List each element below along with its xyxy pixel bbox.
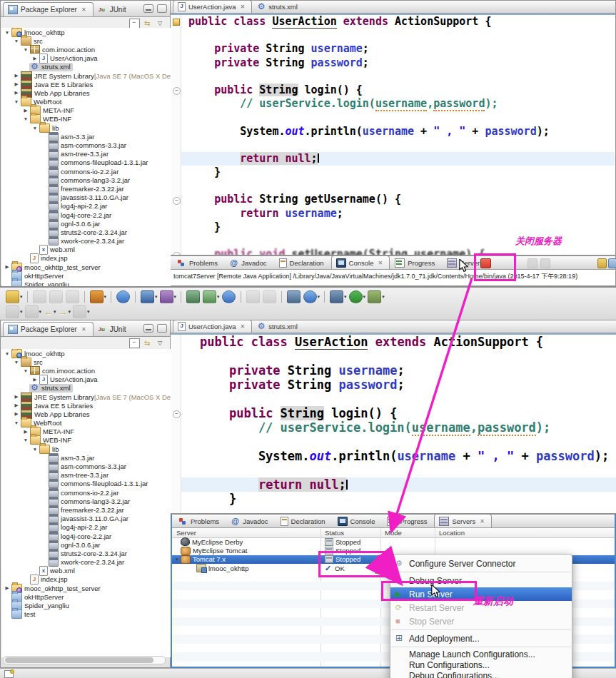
new-wizard-icon[interactable] bbox=[6, 290, 19, 303]
tab-junit[interactable]: J JUnit bbox=[94, 322, 133, 336]
tree-item[interactable]: ▶JRE System Library [Java SE 7 (MacOS X … bbox=[1, 393, 171, 401]
tree-item[interactable]: xweb.xml bbox=[1, 567, 171, 575]
tree-item[interactable]: ▶JUserAction.java bbox=[1, 54, 171, 63]
deploy-module-icon[interactable] bbox=[186, 290, 200, 303]
tree-item[interactable]: ▶META-INF bbox=[1, 106, 171, 115]
dropdown-caret-icon[interactable]: ▾ bbox=[69, 309, 71, 315]
back-icon[interactable]: ← bbox=[44, 307, 53, 318]
tree-item[interactable]: Jindex.jsp bbox=[1, 575, 171, 584]
collapse-all-icon[interactable] bbox=[129, 338, 140, 348]
column-server[interactable]: Server bbox=[176, 528, 196, 537]
menu-item-restart-server[interactable]: ⟳Restart Server bbox=[390, 601, 572, 614]
expand-arrow-icon[interactable]: ▼ bbox=[13, 420, 20, 425]
expand-arrow-icon[interactable]: ▶ bbox=[22, 108, 29, 113]
tree-item[interactable]: log4j-core-2.2.jar bbox=[1, 532, 171, 540]
close-icon[interactable]: ✕ bbox=[81, 6, 86, 13]
tab-problems[interactable]: Problems bbox=[173, 255, 225, 269]
tree-item[interactable]: ▼lib bbox=[1, 445, 171, 453]
tree-item[interactable]: commons-io-2.2.jar bbox=[1, 488, 171, 497]
tree-item[interactable]: commons-fileupload-1.3.1.jar bbox=[1, 480, 171, 488]
tree-item[interactable]: ▼src bbox=[1, 36, 171, 45]
menu-item-add-deployment[interactable]: ⊞Add Deployment... bbox=[390, 632, 572, 645]
minimize-button[interactable] bbox=[143, 4, 153, 13]
tree-item[interactable]: javassist-3.11.0.GA.jar bbox=[1, 193, 171, 202]
tree-item[interactable]: ▶Java EE 5 Libraries bbox=[1, 80, 171, 88]
tree-item[interactable]: okHttpServer bbox=[1, 271, 171, 280]
web-browser-icon[interactable] bbox=[116, 290, 130, 303]
dropdown-caret-icon[interactable]: ▾ bbox=[344, 294, 347, 300]
tree-item[interactable]: asm-commons-3.3.jar bbox=[1, 462, 171, 470]
debug-icon[interactable] bbox=[330, 290, 343, 303]
tree-item[interactable]: asm-commons-3.3.jar bbox=[1, 141, 171, 149]
expand-arrow-icon[interactable]: ▶ bbox=[13, 403, 20, 408]
tree-item[interactable]: log4j-api-2.2.jar bbox=[1, 523, 171, 532]
close-icon[interactable]: ✕ bbox=[480, 518, 485, 525]
tree-item[interactable]: ▼lib bbox=[1, 123, 171, 132]
tab-junit[interactable]: J JUnit bbox=[94, 2, 133, 16]
expand-arrow-icon[interactable]: ▶ bbox=[31, 56, 39, 61]
open-web-icon[interactable] bbox=[222, 290, 236, 303]
terminate-icon[interactable] bbox=[6, 305, 19, 318]
report-design-icon[interactable] bbox=[287, 290, 301, 303]
clear-console-icon[interactable] bbox=[540, 258, 550, 268]
redo-icon[interactable] bbox=[263, 290, 276, 303]
tab-servers[interactable]: Servers✕ bbox=[434, 514, 491, 527]
expand-arrow-icon[interactable]: ▶ bbox=[22, 429, 29, 435]
tree-item[interactable]: asm-3.3.jar bbox=[1, 453, 171, 462]
column-mode[interactable]: Mode bbox=[385, 528, 402, 537]
tree-item[interactable]: ▼WebRoot bbox=[1, 98, 171, 106]
run-on-server-icon[interactable] bbox=[203, 290, 216, 303]
menu-item-debug-configurations[interactable]: Debug Configurations... bbox=[390, 671, 572, 678]
pin-console-icon[interactable] bbox=[608, 258, 616, 268]
dropdown-caret-icon[interactable]: ▾ bbox=[155, 294, 158, 300]
tab-javadoc[interactable]: @Javadoc bbox=[225, 255, 273, 269]
editor-tab-struts.xml[interactable]: ⚙struts.xml bbox=[252, 0, 305, 13]
tree-item[interactable]: javassist-3.11.0.GA.jar bbox=[1, 515, 171, 523]
tree-item[interactable]: freemarker-2.3.22.jar bbox=[1, 184, 171, 193]
collapse-all-icon[interactable] bbox=[129, 19, 140, 29]
close-icon[interactable]: ✕ bbox=[241, 4, 246, 10]
expand-arrow-icon[interactable]: ▶ bbox=[4, 585, 11, 591]
dropdown-caret-icon[interactable]: ▾ bbox=[54, 309, 56, 315]
dropdown-caret-icon[interactable]: ▾ bbox=[174, 294, 177, 300]
tab-package-explorer[interactable]: Package Explorer ✕ bbox=[3, 322, 94, 336]
undo-icon[interactable] bbox=[246, 290, 260, 303]
tab-console[interactable]: Console bbox=[333, 514, 383, 527]
dropdown-caret-icon[interactable]: ▾ bbox=[20, 294, 23, 300]
tab-console[interactable]: Console✕ bbox=[331, 255, 390, 269]
close-icon[interactable]: ✕ bbox=[241, 323, 246, 330]
preview-browser-icon[interactable] bbox=[303, 290, 317, 303]
tree-item[interactable]: commons-lang3-3.2.jar bbox=[1, 176, 171, 184]
tree-item[interactable]: commons-lang3-3.2.jar bbox=[1, 497, 171, 505]
expand-arrow-icon[interactable]: ▼ bbox=[4, 351, 11, 356]
dropdown-caret-icon[interactable]: ▾ bbox=[87, 309, 90, 315]
tree-item[interactable]: ⚙struts.xml bbox=[1, 63, 171, 71]
remove-launch-icon[interactable] bbox=[527, 258, 537, 268]
tree-item[interactable]: ▼com.imooc.action bbox=[1, 366, 171, 375]
tree-item[interactable]: ▼com.imooc.action bbox=[1, 45, 171, 54]
expand-arrow-icon[interactable]: ▶ bbox=[13, 411, 20, 417]
tree-item[interactable]: asm-tree-3.3.jar bbox=[1, 471, 171, 480]
tree-item[interactable]: test bbox=[1, 610, 171, 619]
tree-item[interactable]: ▶mooc_okhttp_test_server bbox=[1, 584, 171, 592]
tab-javadoc[interactable]: @Javadoc bbox=[226, 514, 275, 527]
close-icon[interactable]: ✕ bbox=[81, 326, 86, 333]
expand-arrow-icon[interactable]: ▶ bbox=[13, 90, 20, 96]
dropdown-caret-icon[interactable]: ▾ bbox=[39, 309, 42, 315]
print-icon[interactable] bbox=[66, 290, 79, 303]
tree-item[interactable]: ⚙struts.xml bbox=[1, 384, 171, 393]
tree-item[interactable]: ▶Java EE 5 Libraries bbox=[1, 401, 171, 410]
horizontal-scrollbar[interactable] bbox=[3, 656, 166, 664]
menu-item-run-server[interactable]: ▶Run Server bbox=[390, 587, 572, 601]
dropdown-caret-icon[interactable]: ▾ bbox=[104, 294, 107, 300]
tree-item[interactable]: ▶META-INF bbox=[1, 427, 171, 436]
tree-item[interactable]: ▼WebRoot bbox=[1, 419, 171, 427]
dropdown-caret-icon[interactable]: ▾ bbox=[382, 294, 385, 300]
expand-arrow-icon[interactable]: ▼ bbox=[22, 368, 29, 373]
tree-item[interactable]: asm-3.3.jar bbox=[1, 132, 171, 141]
maximize-button[interactable] bbox=[157, 324, 167, 333]
expand-arrow-icon[interactable]: ▼ bbox=[31, 126, 39, 131]
column-status[interactable]: Status bbox=[325, 528, 344, 537]
editor-tab-UserAction.java[interactable]: JUserAction.java✕ bbox=[173, 0, 252, 13]
expand-arrow-icon[interactable]: ▶ bbox=[31, 377, 39, 383]
